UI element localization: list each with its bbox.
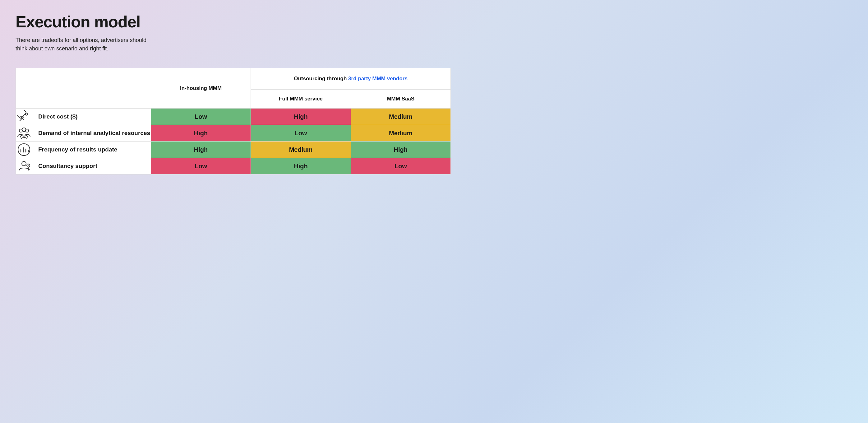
team-analytics-icon — [16, 125, 32, 141]
value-cell-consultancy-support-col1: High — [251, 158, 351, 175]
value-cell-analytical-resources-col1: Low — [251, 125, 351, 142]
empty-header-cell — [16, 68, 151, 109]
row-label-text: Frequency of results update — [38, 146, 117, 153]
svg-text:$: $ — [20, 115, 22, 119]
outsourcing-label: Outsourcing through — [294, 75, 347, 82]
svg-point-12 — [22, 161, 26, 166]
value-cell-analytical-resources-col2: Medium — [351, 125, 451, 142]
value-cell-results-update-col1: Medium — [251, 142, 351, 158]
value-cell-direct-cost-col2: Medium — [351, 109, 451, 125]
value-cell-results-update-col0: High — [151, 142, 251, 158]
support-icon — [16, 158, 32, 174]
mmm-saas-header: MMM SaaS — [351, 90, 451, 109]
value-cell-consultancy-support-col2: Low — [351, 158, 451, 175]
in-housing-header: In-housing MMM — [151, 68, 251, 109]
price-tag-icon: $ — [16, 109, 32, 125]
page-subtitle: There are tradeoffs for all options, adv… — [16, 36, 159, 53]
table-row: Frequency of results update HighMediumHi… — [16, 142, 451, 158]
value-cell-direct-cost-col0: Low — [151, 109, 251, 125]
svg-point-1 — [26, 113, 28, 115]
svg-point-6 — [22, 128, 26, 131]
value-cell-analytical-resources-col0: High — [151, 125, 251, 142]
page-title: Execution model — [16, 12, 852, 31]
svg-point-7 — [18, 144, 30, 155]
table-row: Consultancy support LowHighLow — [16, 158, 451, 175]
row-label-analytical-resources: Demand of internal analytical resources — [16, 125, 151, 142]
row-label-direct-cost: $ Direct cost ($) — [16, 109, 151, 125]
row-label-results-update: Frequency of results update — [16, 142, 151, 158]
table-row: Demand of internal analytical resources … — [16, 125, 451, 142]
execution-model-table: In-housing MMM Outsourcing through 3rd p… — [16, 68, 451, 175]
table-row: $ Direct cost ($) LowHighMedium — [16, 109, 451, 125]
value-cell-results-update-col2: High — [351, 142, 451, 158]
row-label-text: Consultancy support — [38, 163, 97, 170]
value-cell-direct-cost-col1: High — [251, 109, 351, 125]
row-label-text: Demand of internal analytical resources — [38, 130, 150, 137]
value-cell-consultancy-support-col0: Low — [151, 158, 251, 175]
outsourcing-header: Outsourcing through 3rd party MMM vendor… — [251, 68, 451, 90]
full-mmm-header: Full MMM service — [251, 90, 351, 109]
outsourcing-link[interactable]: 3rd party MMM vendors — [348, 75, 408, 82]
chart-icon — [16, 142, 32, 158]
row-label-text: Direct cost ($) — [38, 113, 78, 120]
row-label-consultancy-support: Consultancy support — [16, 158, 151, 175]
